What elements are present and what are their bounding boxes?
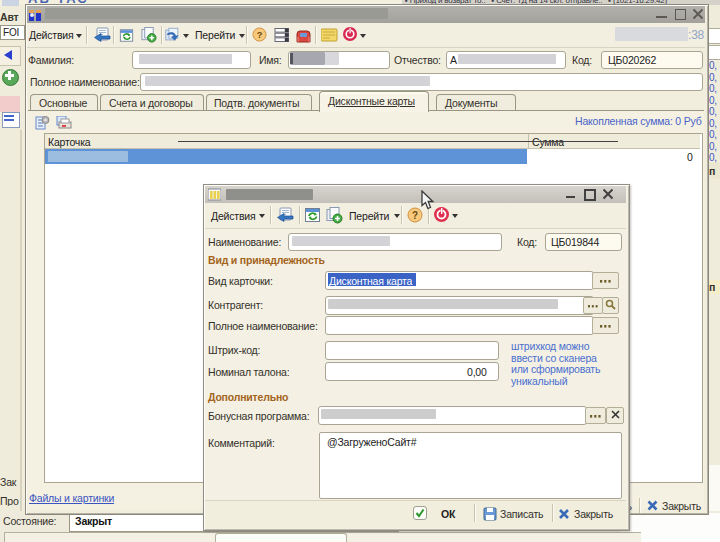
svg-text:?: ? [257, 30, 263, 40]
svg-text:?: ? [412, 210, 418, 221]
